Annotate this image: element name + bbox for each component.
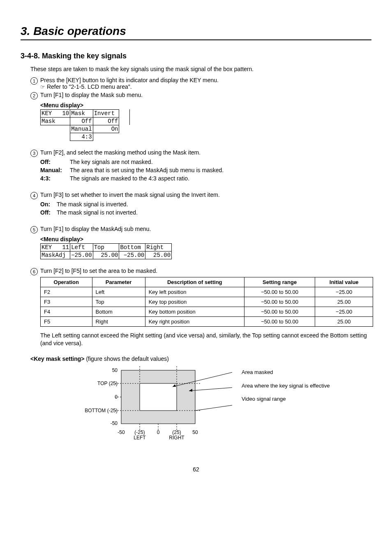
cell-desc: Key top position xyxy=(145,297,244,307)
intro-text: These steps are taken to mask the key si… xyxy=(30,65,371,74)
step-2: 2 Turn [F1] to display the Mask sub menu… xyxy=(30,92,371,99)
step-6-text: Turn [F2] to [F5] to set the area to be … xyxy=(40,268,371,274)
cell-op: F2 xyxy=(41,287,92,297)
col-description: Description of setting xyxy=(145,277,244,287)
lcd-cell xyxy=(119,133,125,141)
x-label-left: LEFT xyxy=(134,435,146,441)
lcd-cell: Mask xyxy=(41,117,70,125)
lcd-cell: KEY 11 xyxy=(41,243,70,251)
lcd-menu-maskadj: KEY 11 Left Top Bottom Right MaskAdj −25… xyxy=(40,243,172,259)
cell-range: −50.00 to 50.00 xyxy=(244,307,315,316)
x-tick-left: (-25) xyxy=(134,429,145,435)
step-6: 6 Turn [F2] to [F5] to set the area to b… xyxy=(30,268,371,275)
opt-43-def: The signals are masked to the 4:3 aspect… xyxy=(70,175,371,182)
step-number-icon: 2 xyxy=(30,92,38,99)
lcd-cell: Invert xyxy=(93,109,119,117)
lcd-cell: Left xyxy=(70,243,93,251)
opt-43-term: 4:3: xyxy=(40,175,70,182)
section-heading: Masking the key signals xyxy=(42,52,127,60)
opt-off2-term: Off: xyxy=(40,209,57,216)
y-tick-m50: -50 xyxy=(111,420,118,426)
section-number: 3-4-8. xyxy=(21,52,40,60)
cell-init: −25.00 xyxy=(315,307,373,316)
cell-init: 25.00 xyxy=(315,297,373,307)
lcd-cell xyxy=(125,133,130,141)
step-number-icon: 1 xyxy=(30,77,38,85)
svg-line-16 xyxy=(195,405,232,411)
lcd-cell: 25.00 xyxy=(93,251,119,259)
cell-desc: Key left position xyxy=(145,287,244,297)
lcd-cell: Off xyxy=(93,117,119,125)
cell-param: Right xyxy=(92,316,145,326)
lcd-cell: −25.00 xyxy=(70,251,93,259)
lcd-cell xyxy=(119,109,125,117)
step-3-text: Turn [F2], and select the masking method… xyxy=(40,149,371,156)
lcd-cell: Bottom xyxy=(119,243,145,251)
x-tick-50: 50 xyxy=(192,429,198,435)
lcd-cell: MaskAdj xyxy=(41,251,70,259)
cell-desc: Key right position xyxy=(145,316,244,326)
lcd-cell xyxy=(93,133,119,141)
step-5: 5 Turn [F1] to display the MaskAdj sub m… xyxy=(30,226,371,233)
menu-display-label: <Menu display> xyxy=(40,102,371,108)
page-number: 62 xyxy=(21,466,371,473)
opt-off-term: Off: xyxy=(40,159,70,165)
lcd-cell: Manual xyxy=(70,125,93,133)
step-3: 3 Turn [F2], and select the masking meth… xyxy=(30,149,371,157)
opt-off-def: The key signals are not masked. xyxy=(70,159,371,165)
legend-video-range: Video signal range xyxy=(242,395,330,403)
cell-param: Top xyxy=(92,297,145,307)
cell-range: −50.00 to 50.00 xyxy=(244,287,315,297)
invert-option-list: On:The mask signal is inverted. Off:The … xyxy=(40,201,371,216)
y-tick-0: 0 xyxy=(115,394,118,400)
x-tick-m50: -50 xyxy=(118,429,125,435)
cell-init: 25.00 xyxy=(315,316,373,326)
opt-on-def: The mask signal is inverted. xyxy=(57,201,371,208)
opt-manual-term: Manual: xyxy=(40,167,70,173)
svg-line-14 xyxy=(189,388,232,391)
lcd-cell: Off xyxy=(70,117,93,125)
step-4-text: Turn [F3] to set whether to invert the m… xyxy=(40,192,371,198)
col-range: Setting range xyxy=(244,277,315,287)
lcd-menu-mask: KEY 10 Mask Invert Mask Off Off Manual O… xyxy=(40,109,130,141)
lcd-cell: KEY 10 xyxy=(41,109,70,117)
lcd-cell: Top xyxy=(93,243,119,251)
col-parameter: Parameter xyxy=(92,277,145,287)
opt-on-term: On: xyxy=(40,201,57,208)
cell-init: −25.00 xyxy=(315,287,373,297)
lcd-cell xyxy=(119,125,125,133)
cell-op: F5 xyxy=(41,316,92,326)
step-1: 1 Press the [KEY] button to light its in… xyxy=(30,77,371,90)
table-row: F4 Bottom Key bottom position −50.00 to … xyxy=(41,307,373,316)
legend-area-masked: Area masked xyxy=(242,369,330,376)
lcd-cell: 25.00 xyxy=(145,251,172,259)
col-operation: Operation xyxy=(41,277,92,287)
cell-op: F4 xyxy=(41,307,92,316)
col-initial: Initial value xyxy=(315,277,373,287)
lcd-cell xyxy=(41,125,70,133)
figure-label-rest: (figure shows the default values) xyxy=(85,355,169,362)
step-5-text: Turn [F1] to display the MaskAdj sub men… xyxy=(40,226,371,232)
figure-label: <Key mask setting> (figure shows the def… xyxy=(30,355,371,363)
y-tick-bottom: BOTTOM (-25) xyxy=(85,408,118,413)
y-tick-50: 50 xyxy=(112,367,118,373)
section-title: 3-4-8. Masking the key signals xyxy=(21,52,371,60)
step-number-icon: 5 xyxy=(30,226,38,233)
step-4: 4 Turn [F3] to set whether to invert the… xyxy=(30,192,371,199)
cell-param: Left xyxy=(92,287,145,297)
table-row: F5 Right Key right position −50.00 to 50… xyxy=(41,316,373,326)
opt-off2-def: The mask signal is not inverted. xyxy=(57,209,371,216)
step-1-text: Press the [KEY] button to light its indi… xyxy=(40,77,219,83)
lcd-cell xyxy=(125,125,130,133)
x-label-right: RIGHT xyxy=(169,435,184,441)
lcd-cell xyxy=(125,117,130,125)
cell-op: F3 xyxy=(41,297,92,307)
figure-legend: Area masked Area where the key signal is… xyxy=(242,369,330,450)
pointer-icon: ☞ xyxy=(40,84,45,90)
lcd-cell xyxy=(119,117,125,125)
cell-range: −50.00 to 50.00 xyxy=(244,316,315,326)
opt-manual-def: The area that is set using the MaskAdj s… xyxy=(70,167,371,173)
settings-note: The Left setting cannot exceed the Right… xyxy=(40,332,371,348)
lcd-cell: 4:3 xyxy=(70,133,93,141)
step-number-icon: 4 xyxy=(30,192,38,199)
